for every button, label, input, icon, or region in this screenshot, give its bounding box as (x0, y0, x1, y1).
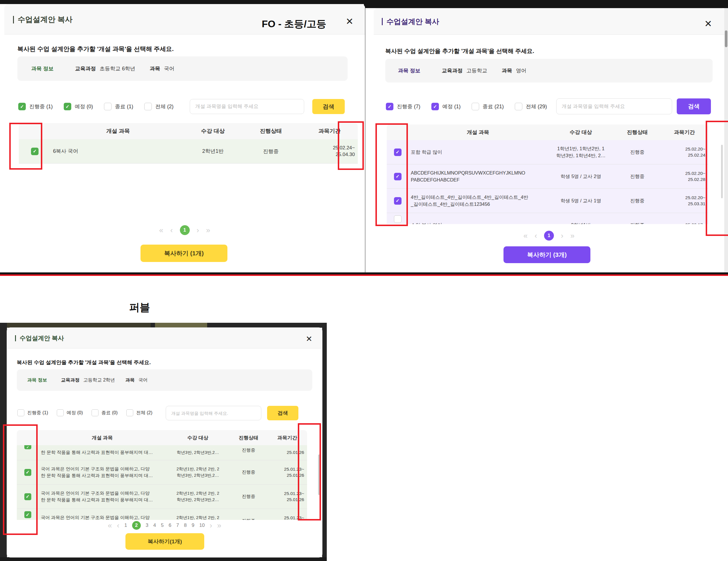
filter-checkbox[interactable] (472, 103, 479, 110)
page-first-icon[interactable]: « (159, 227, 163, 234)
pagination: « ‹ 1 › » (374, 231, 724, 241)
annotation-red-box (298, 423, 321, 520)
filter-checkbox[interactable] (57, 409, 64, 416)
filter-checkbox[interactable] (126, 409, 133, 416)
page-number[interactable]: 8 (184, 522, 187, 528)
cell-target: 학생 5명 / 교사 2명 (548, 173, 614, 180)
cell-target: 2학년1반 (548, 222, 614, 224)
page-number[interactable]: 6 (169, 522, 171, 528)
filter-checkbox[interactable] (64, 103, 71, 110)
status-filter[interactable]: 전체 (29) (515, 103, 547, 110)
search-input[interactable] (166, 406, 261, 420)
subject-label: 과목 (150, 65, 160, 72)
top-background-strip-right (365, 0, 728, 8)
info-label: 과목 정보 (398, 67, 420, 74)
page-last-icon[interactable]: » (570, 232, 574, 240)
search-button[interactable]: 검색 (267, 406, 298, 420)
filter-checkbox[interactable] (18, 103, 26, 110)
page-first-icon[interactable]: « (523, 232, 528, 240)
page-number[interactable]: 10 (199, 522, 205, 528)
close-icon[interactable]: ✕ (704, 19, 712, 28)
status-filter[interactable]: 진행중 (1) (18, 103, 53, 110)
table-row[interactable]: 국어 과목은 언어의 기본 구조와 문법을 이해하고, 다양 한 문학 작품을 … (17, 509, 307, 520)
copy-lesson-plan-dialog-pub: 수업설계안 복사 ✕ 복사된 수업 설계안을 추가할 '개설 과목'을 선택해 … (7, 328, 322, 557)
title-accent-bar (15, 335, 16, 341)
filter-checkbox[interactable] (515, 103, 522, 110)
status-filter[interactable]: 종료 (0) (92, 409, 118, 416)
copy-button[interactable]: 복사하기 (1개) (141, 245, 227, 262)
page-next-icon[interactable]: › (197, 227, 199, 234)
table-header-cell: 개설 과목 (408, 129, 548, 136)
filter-label: 종료 (0) (101, 410, 118, 416)
curriculum-value: 고등학교 (466, 67, 487, 74)
page-first-icon[interactable]: « (108, 522, 112, 529)
table-row[interactable]: 국어 과목은 언어의 기본 구조와 문법을 이해하고, 다양 한 문학 작품을 … (17, 485, 307, 509)
filter-checkbox[interactable] (92, 409, 98, 416)
table-header-cell: 수강 대상 (166, 434, 230, 441)
dialog-instruction: 복사된 수업 설계안을 추가할 '개설 과목'을 선택해 주세요. (385, 47, 534, 55)
page-number[interactable]: 1 (544, 231, 554, 241)
table-row[interactable]: 4반_길이테스트_4반_길이테스트_4반_길이테스트_4반 _길이테스트_4반_… (387, 189, 708, 213)
page-number[interactable]: 4 (153, 522, 156, 528)
filter-label: 전체 (29) (526, 103, 547, 110)
filter-checkbox[interactable] (386, 103, 393, 110)
filter-checkbox[interactable] (17, 409, 24, 416)
search-input[interactable] (556, 98, 672, 114)
page-prev-icon[interactable]: ‹ (170, 227, 173, 234)
page-number[interactable]: 5 (161, 522, 164, 528)
page-number[interactable]: 9 (191, 522, 194, 528)
page-last-icon[interactable]: » (217, 522, 221, 529)
status-filter[interactable]: 진행중 (7) (386, 103, 420, 110)
page-prev-icon[interactable]: ‹ (117, 522, 119, 529)
table-row[interactable]: 국어 과목은 언어의 기본 구조와 문법을 이해하고, 다양 한 문학 작품을 … (17, 460, 307, 485)
table-header-cell: 진행상태 (240, 127, 301, 135)
cell-subject: 4반_길이테스트_4반_길이테스트_4반_길이테스트_4반 _길이테스트_4반_… (408, 194, 548, 208)
browser-scrollbar-thumb[interactable] (725, 30, 727, 47)
close-icon[interactable]: ✕ (346, 17, 353, 26)
status-filter[interactable]: 진행중 (1) (17, 409, 48, 416)
filter-label: 종료 (21) (483, 103, 504, 110)
status-filter[interactable]: 종료 (1) (104, 103, 133, 110)
page-prev-icon[interactable]: ‹ (534, 232, 537, 240)
table-row[interactable]: 6복사 국어 2학년1반 진행중 25.02.24~ 25.04.30 (19, 139, 358, 164)
search-button[interactable]: 검색 (312, 99, 345, 114)
status-filter[interactable]: 예정 (0) (57, 409, 83, 416)
cell-target: 학생 5명 / 교사 1명 (548, 198, 614, 204)
dialog-instruction: 복사된 수업 설계안을 추가할 '개설 과목'을 선택해 주세요. (17, 45, 174, 53)
status-filter[interactable]: 종료 (21) (472, 103, 504, 110)
annotation-red-box (338, 121, 364, 170)
page-number[interactable]: 3 (146, 522, 148, 528)
table-row[interactable]: ABCDEFGHIJKLMNOPQRSUVWXCEFGHYJKLMNO PABC… (387, 165, 708, 189)
table-body: 한 문학 작품을 통해 사고력과 표현력이 풍부해지며 대… 학년3반, 2학년… (17, 445, 307, 520)
filter-label: 종료 (1) (115, 103, 133, 110)
cell-target: 학년3반, 2학년3반,2… (166, 449, 230, 456)
table-row[interactable]: 한 문학 작품을 통해 사고력과 표현력이 풍부해지며 대… 학년3반, 2학년… (17, 445, 307, 460)
search-input[interactable] (190, 99, 304, 114)
table-row[interactable]: 수업 복사 영어 2학년1반 진행중 25.02.17~ (387, 213, 708, 224)
status-filter[interactable]: 전체 (2) (144, 103, 174, 110)
title-accent-bar (13, 16, 14, 23)
page-next-icon[interactable]: › (210, 522, 212, 529)
page-number[interactable]: 2 (132, 521, 141, 530)
search-button[interactable]: 검색 (677, 98, 711, 114)
page-number[interactable]: 7 (176, 522, 179, 528)
filter-label: 전체 (2) (155, 103, 174, 110)
copy-button[interactable]: 복사하기(1개) (125, 533, 204, 550)
status-filter[interactable]: 예정 (0) (64, 103, 93, 110)
page-last-icon[interactable]: » (206, 227, 210, 234)
close-icon[interactable]: ✕ (306, 335, 312, 343)
page-number[interactable]: 1 (180, 225, 190, 235)
page-next-icon[interactable]: › (561, 232, 563, 240)
filter-checkbox[interactable] (104, 103, 112, 110)
page-number[interactable]: 1 (124, 522, 127, 528)
status-filter[interactable]: 전체 (2) (126, 409, 152, 416)
page-numbers: 12345678910 (124, 521, 205, 530)
copy-button[interactable]: 복사하기 (3개) (503, 246, 590, 263)
filter-checkbox[interactable] (431, 103, 439, 110)
table-row[interactable]: 포함 학급 많이 1학년1반, 1학년2반, 1 학년3반, 1학년4반, 2…… (387, 140, 708, 165)
status-filter[interactable]: 예정 (1) (431, 103, 461, 110)
filter-checkbox[interactable] (144, 103, 152, 110)
screenshot-canvas: FO - 초등/고등 퍼블 수업설계안 복사 ✕ 복사된 수업 설계안을 추가할… (0, 0, 728, 561)
cell-period: 25.02.20~ 25.02.24 (661, 146, 708, 158)
subject-value: 국어 (164, 65, 174, 72)
